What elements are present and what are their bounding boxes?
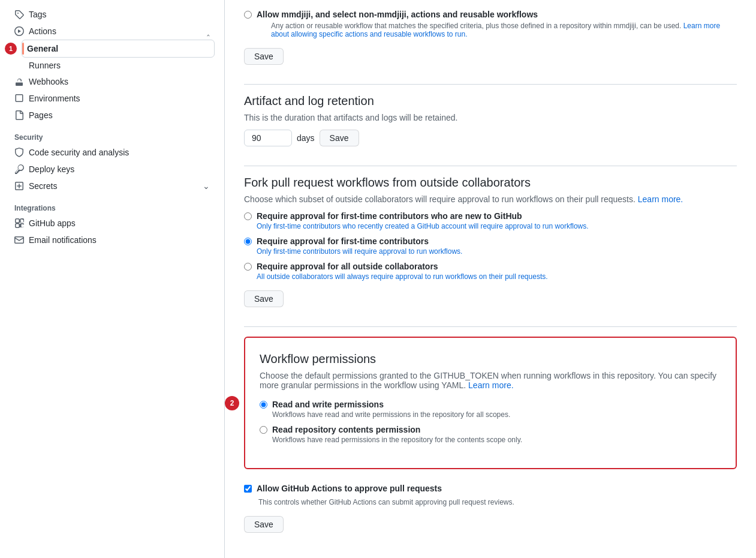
sidebar-item-github-apps[interactable]: GitHub apps bbox=[10, 215, 215, 232]
tag-icon bbox=[14, 10, 24, 19]
allow-radio-option: Allow mmdjiji, and select non-mmdjiji, a… bbox=[244, 10, 737, 38]
sidebar-code-security-label: Code security and analysis bbox=[29, 148, 129, 157]
play-icon bbox=[14, 26, 24, 36]
sidebar-item-tags[interactable]: Tags bbox=[10, 6, 215, 23]
workflow-radio-sub-1: Workflows have read permissions in the r… bbox=[272, 436, 522, 444]
artifact-input-row: days Save bbox=[244, 130, 737, 146]
fork-radio-option-2: Require approval for all outside collabo… bbox=[244, 262, 737, 281]
workflow-radio-option-1: Read repository contents permission Work… bbox=[260, 425, 721, 444]
artifact-days-input[interactable] bbox=[244, 130, 292, 146]
workflow-permissions-radio-group: Read and write permissions Workflows hav… bbox=[260, 400, 721, 444]
sidebar: Tags Actions ‸ 1 General Runners Webhook… bbox=[0, 0, 225, 558]
pages-icon bbox=[14, 110, 24, 120]
step-badge-2: 2 bbox=[225, 396, 239, 410]
sidebar-item-general[interactable]: General bbox=[22, 40, 215, 58]
allow-save-button[interactable]: Save bbox=[244, 48, 284, 65]
workflow-radio-sub-0: Workflows have read and write permission… bbox=[272, 410, 510, 419]
artifact-days-label: days bbox=[297, 133, 315, 143]
sidebar-deploy-keys-label: Deploy keys bbox=[29, 164, 74, 174]
allow-section: Allow mmdjiji, and select non-mmdjiji, a… bbox=[244, 10, 737, 65]
fork-desc: Choose which subset of outside collabora… bbox=[244, 194, 737, 204]
allow-approve-checkbox-row: Allow GitHub Actions to approve pull req… bbox=[244, 484, 737, 493]
sidebar-item-runners[interactable]: Runners bbox=[10, 58, 215, 73]
shield-icon bbox=[14, 148, 24, 157]
allow-approve-label: Allow GitHub Actions to approve pull req… bbox=[257, 484, 442, 493]
workflow-permissions-box: Workflow permissions Choose the default … bbox=[244, 337, 737, 469]
sidebar-item-webhooks[interactable]: Webhooks bbox=[10, 73, 215, 90]
allow-approve-checkbox[interactable] bbox=[244, 485, 252, 493]
fork-save-button[interactable]: Save bbox=[244, 290, 284, 307]
fork-radio-option-0: Require approval for first-time contribu… bbox=[244, 211, 737, 230]
allow-radio-desc: Any action or reusable workflow that mat… bbox=[257, 22, 737, 38]
webhook-icon bbox=[14, 77, 24, 86]
sidebar-item-environments[interactable]: Environments bbox=[10, 90, 215, 107]
sidebar-github-apps-label: GitHub apps bbox=[29, 218, 76, 228]
artifact-title: Artifact and log retention bbox=[244, 94, 737, 108]
fork-radio-label-1: Require approval for first-time contribu… bbox=[257, 236, 462, 246]
mail-icon bbox=[14, 235, 24, 245]
workflow-radio-label-1: Read repository contents permission bbox=[272, 425, 522, 434]
divider-2 bbox=[244, 166, 737, 166]
sidebar-section-integrations: Integrations bbox=[10, 199, 215, 215]
sidebar-section-security: Security bbox=[10, 128, 215, 144]
workflow-permissions-container: 2 Workflow permissions Choose the defaul… bbox=[244, 337, 737, 469]
sidebar-item-deploy-keys[interactable]: Deploy keys bbox=[10, 161, 215, 178]
fork-radio-2[interactable] bbox=[244, 263, 252, 271]
sidebar-tags-label: Tags bbox=[29, 10, 47, 19]
sidebar-secrets-label: Secrets bbox=[29, 181, 57, 191]
sidebar-item-secrets[interactable]: Secrets ⌄ bbox=[10, 178, 215, 194]
workflow-radio-option-0: Read and write permissions Workflows hav… bbox=[260, 400, 721, 419]
artifact-desc: This is the duration that artifacts and … bbox=[244, 113, 737, 122]
sidebar-email-notifications-label: Email notifications bbox=[29, 235, 97, 245]
workflow-radio-read-write[interactable] bbox=[260, 401, 267, 409]
sidebar-item-code-security[interactable]: Code security and analysis bbox=[10, 144, 215, 161]
divider-3 bbox=[244, 326, 737, 327]
divider-1 bbox=[244, 84, 737, 85]
sidebar-webhooks-label: Webhooks bbox=[29, 77, 68, 86]
sidebar-general-label: General bbox=[27, 44, 58, 53]
sidebar-item-pages[interactable]: Pages bbox=[10, 107, 215, 124]
fork-section: Fork pull request workflows from outside… bbox=[244, 176, 737, 307]
fork-radio-group: Require approval for first-time contribu… bbox=[244, 211, 737, 281]
allow-radio-label: Allow mmdjiji, and select non-mmdjiji, a… bbox=[257, 10, 737, 19]
artifact-save-button[interactable]: Save bbox=[320, 130, 359, 146]
workflow-permissions-learn-more[interactable]: Learn more. bbox=[468, 380, 513, 390]
step-badge-1: 1 bbox=[5, 43, 17, 55]
fork-radio-sub-1: Only first-time contributors will requir… bbox=[257, 247, 462, 256]
sidebar-runners-label: Runners bbox=[29, 61, 61, 70]
fork-radio-1[interactable] bbox=[244, 238, 252, 245]
workflow-radio-read-only[interactable] bbox=[260, 426, 267, 434]
fork-radio-0[interactable] bbox=[244, 212, 252, 220]
sidebar-environments-label: Environments bbox=[29, 94, 80, 103]
fork-radio-option-1: Require approval for first-time contribu… bbox=[244, 236, 737, 256]
env-icon bbox=[14, 94, 24, 103]
workflow-permissions-desc: Choose the default permissions granted t… bbox=[260, 371, 721, 390]
workflow-permissions-title: Workflow permissions bbox=[260, 352, 721, 366]
key-icon bbox=[14, 164, 24, 174]
fork-radio-label-2: Require approval for all outside collabo… bbox=[257, 262, 548, 271]
sidebar-pages-label: Pages bbox=[29, 110, 53, 120]
apps-icon bbox=[14, 218, 24, 228]
fork-learn-more-link[interactable]: Learn more. bbox=[638, 194, 683, 204]
chevron-up-icon: ‸ bbox=[207, 26, 210, 36]
plus-square-icon bbox=[14, 181, 24, 191]
fork-title: Fork pull request workflows from outside… bbox=[244, 176, 737, 190]
allow-approve-save-button[interactable]: Save bbox=[244, 516, 284, 533]
sidebar-actions-label: Actions bbox=[29, 26, 56, 36]
fork-radio-sub-2: All outside collaborators will always re… bbox=[257, 272, 548, 281]
allow-approve-section: Allow GitHub Actions to approve pull req… bbox=[244, 484, 737, 533]
chevron-down-icon: ⌄ bbox=[203, 181, 210, 191]
workflow-radio-label-0: Read and write permissions bbox=[272, 400, 510, 409]
allow-radio[interactable] bbox=[244, 11, 252, 19]
sidebar-item-email-notifications[interactable]: Email notifications bbox=[10, 232, 215, 248]
sidebar-item-actions-header[interactable]: Actions ‸ bbox=[10, 23, 215, 40]
artifact-section: Artifact and log retention This is the d… bbox=[244, 94, 737, 146]
fork-radio-sub-0: Only first-time contributors who recentl… bbox=[257, 222, 589, 230]
fork-radio-label-0: Require approval for first-time contribu… bbox=[257, 211, 589, 221]
main-content: Allow mmdjiji, and select non-mmdjiji, a… bbox=[225, 0, 756, 558]
allow-approve-desc: This controls whether GitHub Actions can… bbox=[244, 498, 737, 506]
